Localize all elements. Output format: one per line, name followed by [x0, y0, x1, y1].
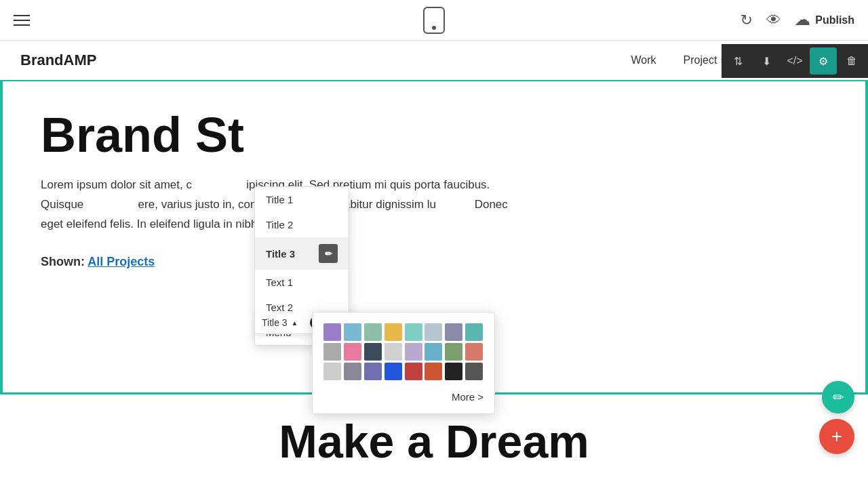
style-item-text1-label: Text 1: [266, 277, 293, 288]
color-swatch-22[interactable]: [445, 363, 462, 380]
shown-label: Shown:: [41, 255, 85, 268]
color-swatch-21[interactable]: [425, 363, 442, 380]
hamburger-icon[interactable]: [14, 15, 30, 26]
color-swatch-3[interactable]: [384, 323, 402, 341]
delete-icon-btn[interactable]: 🗑: [838, 47, 865, 75]
color-swatch-11[interactable]: [384, 343, 402, 361]
cloud-upload-icon: ☁: [795, 12, 810, 29]
eye-icon[interactable]: 👁: [766, 12, 781, 29]
color-swatch-23[interactable]: [465, 363, 483, 380]
style-item-title1[interactable]: Title 1: [255, 187, 349, 212]
color-swatch-18[interactable]: [364, 363, 382, 380]
style-item-title3[interactable]: Title 3 ✏: [255, 237, 349, 270]
color-swatch-10[interactable]: [364, 343, 382, 361]
color-swatch-13[interactable]: [425, 343, 442, 361]
title3-text: Title 3: [262, 317, 288, 328]
style-item-title1-label: Title 1: [266, 194, 293, 205]
color-swatch-16[interactable]: [323, 363, 341, 380]
fab-add-icon: +: [831, 426, 842, 447]
shown-link[interactable]: All Projects: [87, 255, 155, 268]
style-item-title2[interactable]: Title 2: [255, 212, 349, 237]
undo-icon[interactable]: ↺: [741, 12, 753, 29]
style-item-title2-label: Title 2: [266, 219, 293, 230]
color-swatch-7[interactable]: [465, 323, 483, 341]
nav-link-work[interactable]: Work: [631, 54, 656, 66]
color-picker-panel: More >: [312, 312, 495, 414]
color-swatch-5[interactable]: [425, 323, 442, 341]
download-icon-btn[interactable]: ⬇: [753, 47, 780, 75]
edit-style-icon[interactable]: ✏: [319, 244, 338, 263]
toolbar-right: ↺ 👁 ☁ Publish: [741, 12, 854, 29]
top-toolbar: ↺ 👁 ☁ Publish: [0, 0, 868, 41]
phone-preview-icon[interactable]: [423, 7, 445, 34]
color-swatch-14[interactable]: [445, 343, 462, 361]
publish-button[interactable]: ☁ Publish: [795, 12, 854, 29]
color-swatch-1[interactable]: [344, 323, 361, 341]
title3-footer-label: Title 3 ▲: [262, 317, 298, 328]
color-swatch-8[interactable]: [323, 343, 341, 361]
color-swatch-2[interactable]: [364, 323, 382, 341]
fab-add-button[interactable]: +: [819, 419, 854, 454]
color-swatch-15[interactable]: [465, 343, 483, 361]
fab-edit-button[interactable]: ✏: [822, 381, 854, 413]
color-swatch-19[interactable]: [384, 363, 402, 380]
bottom-title: Make a Dream: [41, 415, 827, 468]
toolbar-center: [423, 7, 445, 34]
color-swatch-20[interactable]: [405, 363, 422, 380]
shown-line: Shown: All Projects: [41, 255, 827, 269]
color-swatch-6[interactable]: [445, 323, 462, 341]
code-icon-btn[interactable]: </>: [781, 47, 808, 75]
title3-arrow-icon[interactable]: ▲: [292, 319, 298, 327]
nav-link-project[interactable]: Project: [684, 54, 727, 66]
right-panel-icons: ⇅ ⬇ </> ⚙ 🗑: [722, 44, 868, 78]
more-colors-button[interactable]: More >: [323, 388, 484, 403]
settings-icon-btn[interactable]: ⚙: [810, 47, 837, 75]
page-content: Brand St Lorem ipsum dolor sit amet, c i…: [0, 81, 868, 296]
color-grid: [323, 323, 484, 380]
color-swatch-9[interactable]: [344, 343, 361, 361]
style-item-text1[interactable]: Text 1: [255, 270, 349, 295]
color-swatch-4[interactable]: [405, 323, 422, 341]
sort-icon-btn[interactable]: ⇅: [724, 47, 751, 75]
main-content: Brand St Lorem ipsum dolor sit amet, c i…: [0, 81, 868, 488]
color-swatch-0[interactable]: [323, 323, 341, 341]
page-title: Brand St: [41, 108, 827, 162]
color-swatch-17[interactable]: [344, 363, 361, 380]
nav-logo: BrandAMP: [20, 52, 96, 69]
color-swatch-12[interactable]: [405, 343, 422, 361]
fab-edit-icon: ✏: [833, 389, 844, 405]
toolbar-left: [14, 15, 30, 26]
style-item-title3-label: Title 3: [266, 248, 295, 260]
publish-label: Publish: [815, 14, 854, 26]
